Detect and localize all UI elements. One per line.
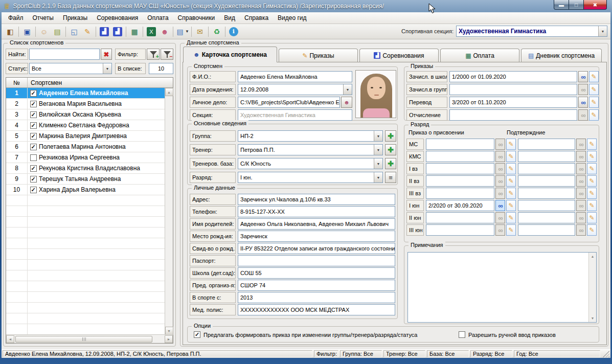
text-input[interactable] [518,188,575,199]
find-rank-confirm-button[interactable]: ∞ [576,224,586,236]
sport-section-combo[interactable]: Художественная Гимнастика ▼ [456,26,607,37]
edit-rank-confirm-button[interactable]: ✎ [587,139,597,150]
excel-button[interactable]: X [145,26,157,38]
find-rank-confirm-button[interactable]: ∞ [576,139,586,150]
text-input[interactable] [238,255,395,266]
find-rank-order-button[interactable]: ∞ [495,212,505,223]
browse-file-button[interactable]: ☻ [341,97,352,108]
find-rank-confirm-button[interactable]: ∞ [576,188,586,199]
find-rank-order-button[interactable]: ∞ [495,139,505,150]
chevron-down-icon[interactable]: ▼ [598,26,607,36]
clear-search-button[interactable]: ✖ [101,49,112,60]
text-input[interactable]: XXXXXXXXXXXXX ООО МСК МЕДСТРАХ [238,304,395,315]
edit-rank-confirm-button[interactable]: ✎ [587,151,597,162]
text-input[interactable] [426,151,494,162]
find-rank-order-button[interactable]: ∞ [495,224,505,236]
scroll-up-icon[interactable]: ▲ [589,253,597,260]
filter-add-button[interactable]: + [147,49,160,60]
find-rank-order-button[interactable]: ∞ [495,163,505,174]
add-athlete-button[interactable]: ☺ [38,26,50,38]
athlete-row[interactable]: 10✓Харина Дарья Валерьевна [6,185,165,195]
text-input[interactable]: C:\VB6_projects\SportClub\Авдеенко Ел [238,97,340,108]
menu-item[interactable]: Приказы [58,13,92,23]
find-rank-confirm-button[interactable]: ∞ [576,151,586,162]
menu-item[interactable]: Файл [4,13,28,23]
status-combo[interactable]: Все ▼ [29,63,112,74]
rank-list-button[interactable]: ≡ [385,172,396,183]
athlete-row[interactable]: 5✓Маркина Валерия Дмитриевна [6,131,165,142]
edit-rank-confirm-button[interactable]: ✎ [587,175,597,187]
athlete-row[interactable]: 7Резчикова Ирина Сергеевна [6,152,165,163]
combo-box[interactable]: НП-2▼ [238,130,383,142]
text-input[interactable]: Заречинск [238,231,395,242]
text-input[interactable] [426,212,494,223]
edit-rank-order-button[interactable]: ✎ [506,163,516,174]
option-checkbox-item[interactable]: Разрешить ручной ввод приказов [459,331,556,338]
save-button[interactable]: ▣ [21,26,33,38]
menu-item[interactable]: Отчеты [28,13,58,23]
text-input[interactable]: 8-915-127-XX-XX [238,206,395,217]
tab-item[interactable]: ▤Дневник спортсмена [521,49,602,62]
find-rank-order-button[interactable]: ∞ [495,188,505,199]
athlete-checkbox[interactable]: ✓ [30,144,37,150]
menu-item[interactable]: Оплата [143,13,173,23]
column-header-num[interactable]: № [6,78,28,87]
combo-box[interactable]: Петрова П.П.▼ [238,144,383,155]
text-input[interactable] [518,175,575,187]
find-order-button[interactable]: ∞ [578,84,588,95]
athlete-checkbox[interactable]: ✓ [30,90,37,97]
tab-item[interactable]: ✎Приказы [279,49,358,62]
find-rank-order-button[interactable]: ∞ [495,200,505,211]
filter-remove-button[interactable]: − [161,49,173,60]
text-input[interactable] [426,163,494,174]
text-input[interactable] [426,224,494,236]
menu-item[interactable]: Вид [219,13,240,23]
edit-rank-order-button[interactable]: ✎ [506,175,516,187]
text-input[interactable] [518,139,575,150]
refresh-button[interactable]: ♻ [211,26,223,38]
payment-report-button[interactable]: ▦ [128,26,141,38]
text-input[interactable] [426,175,494,187]
text-input[interactable]: СШОР 74 [238,280,395,291]
find-order-button[interactable]: ∞ [578,109,588,121]
edit-rank-confirm-button[interactable]: ✎ [587,200,597,211]
edit-order-button[interactable]: ✎ [589,97,599,108]
notes-button[interactable]: ▤▼ [175,26,189,38]
athlete-row[interactable]: 1✓Авдеенко Елена Михайловна [6,88,165,99]
text-input[interactable]: 2013 [238,292,395,303]
text-input[interactable]: 3/2020 от 01.10.2020 [449,97,577,108]
list-horizontal-scrollbar[interactable]: ◄ ► [6,334,173,343]
add-item-button[interactable]: ✚ [385,144,396,155]
find-rank-order-button[interactable]: ∞ [495,151,505,162]
info-button[interactable]: ℹ [228,26,240,38]
scroll-left-icon[interactable]: ◄ [6,335,14,343]
option-checkbox-item[interactable]: ✓Предлагать формировать приказ при измен… [194,331,417,338]
edit-order-button[interactable]: ✎ [589,109,599,121]
option-checkbox[interactable]: ✓ [194,331,200,338]
scroll-down-icon[interactable]: ▼ [589,314,597,322]
athlete-card-button[interactable]: ☻ [158,26,171,38]
edit-rank-order-button[interactable]: ✎ [506,200,516,211]
competitions-button[interactable]: ▟ [98,26,110,38]
combo-box[interactable]: I юн.▼ [238,172,383,183]
search-input[interactable] [29,49,100,60]
find-order-button[interactable]: ∞ [578,97,588,108]
edit-rank-order-button[interactable]: ✎ [506,224,516,236]
tab-item[interactable]: ▦Оплата [440,49,519,62]
open-folder-button[interactable]: ▤ [51,26,63,38]
athlete-row[interactable]: 6✓Полетаева Марина Антоновна [6,142,165,152]
scroll-up-icon[interactable]: ▲ [165,88,173,96]
find-rank-order-button[interactable]: ∞ [495,175,505,187]
text-input[interactable] [426,188,494,199]
chevron-down-icon[interactable]: ▼ [343,84,352,95]
column-header-name[interactable]: Спортсмен [28,78,173,87]
text-input[interactable] [426,139,494,150]
text-input[interactable]: II-РУ 853222 Отделом записи актов гражда… [238,243,395,254]
menu-item[interactable]: Видео гид [273,13,311,23]
edit-rank-confirm-button[interactable]: ✎ [587,224,597,236]
find-rank-confirm-button[interactable]: ∞ [576,163,586,174]
menu-item[interactable]: Справочники [173,13,220,23]
edit-rank-confirm-button[interactable]: ✎ [587,212,597,223]
minimize-button[interactable]: ▬ [554,0,569,10]
add-item-button[interactable]: ✚ [385,130,396,142]
